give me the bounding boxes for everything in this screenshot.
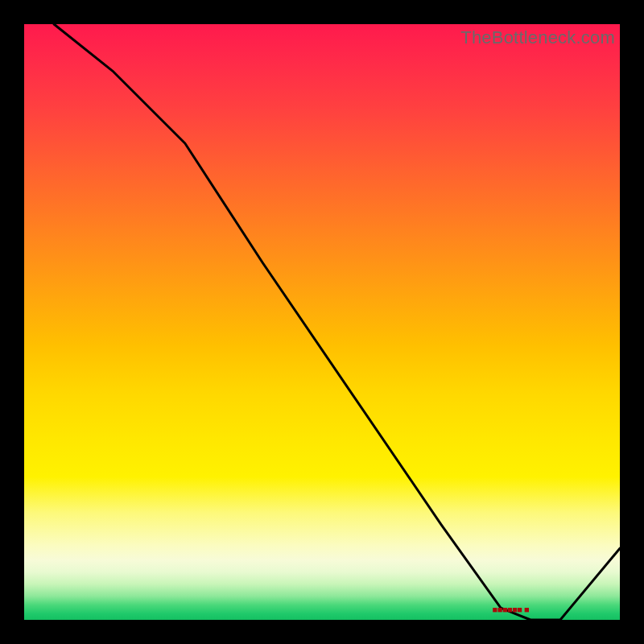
bottleneck-curve	[24, 24, 620, 620]
plot-area: TheBottleneck.com ■■■■■■ ■	[24, 24, 620, 620]
optimal-marker-label: ■■■■■■ ■	[493, 605, 530, 614]
chart-frame: TheBottleneck.com ■■■■■■ ■	[24, 24, 620, 620]
watermark-text: TheBottleneck.com	[460, 27, 615, 48]
